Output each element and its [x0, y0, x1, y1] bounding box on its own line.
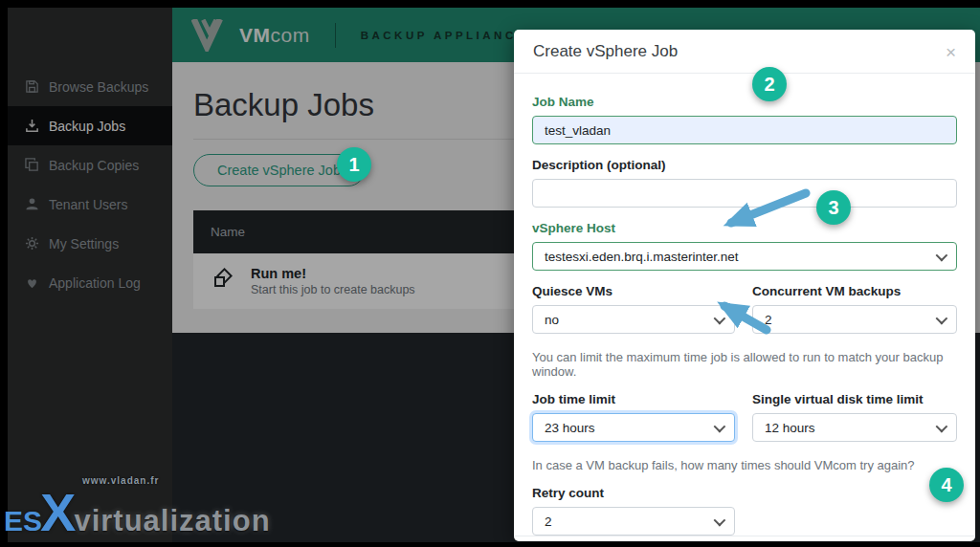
- vsphere-host-value: testesxi.eden.brq.i.masterinter.net: [545, 250, 739, 264]
- chevron-down-icon: [936, 420, 948, 432]
- watermark-virtualization: virtualization: [74, 506, 270, 536]
- watermark-x: X: [40, 486, 76, 539]
- chevron-down-icon: [714, 514, 726, 526]
- job-time-limit-value: 23 hours: [545, 421, 595, 435]
- description-input[interactable]: [532, 179, 957, 208]
- quiesce-vms-label: Quiesce VMs: [532, 284, 735, 298]
- vsphere-host-select[interactable]: testesxi.eden.brq.i.masterinter.net: [532, 242, 957, 271]
- modal-footer: Cancel Save: [514, 536, 975, 547]
- esx-virtualization-watermark: www.vladan.fr ESXvirtualization: [4, 476, 271, 539]
- time-limit-note: You can limit the maximum time job is al…: [532, 350, 957, 379]
- disk-time-limit-value: 12 hours: [765, 421, 815, 435]
- concurrent-backups-value: 2: [765, 313, 772, 327]
- concurrent-backups-select[interactable]: 2: [752, 305, 957, 334]
- chevron-down-icon: [714, 420, 726, 432]
- job-time-limit-label: Job time limit: [532, 392, 735, 406]
- close-icon[interactable]: ×: [946, 43, 956, 61]
- retry-note: In case a VM backup fails, how many time…: [532, 458, 957, 472]
- disk-time-limit-label: Single virtual disk time limit: [752, 392, 957, 406]
- quiesce-concurrent-row: Quiesce VMs no Concurrent VM backups 2: [532, 271, 957, 334]
- create-vsphere-job-modal: Create vSphere Job × Job Name Descriptio…: [514, 30, 975, 541]
- modal-title: Create vSphere Job: [533, 42, 678, 61]
- chevron-down-icon: [714, 312, 726, 324]
- disk-time-limit-select[interactable]: 12 hours: [752, 413, 957, 442]
- quiesce-vms-value: no: [545, 313, 559, 327]
- job-name-label: Job Name: [532, 95, 957, 109]
- chevron-down-icon: [936, 312, 948, 324]
- chevron-down-icon: [936, 249, 948, 261]
- watermark-es: ES: [4, 507, 42, 536]
- retry-count-value: 2: [545, 514, 552, 529]
- retry-count-label: Retry count: [532, 486, 957, 500]
- description-label: Description (optional): [532, 158, 957, 172]
- concurrent-backups-label: Concurrent VM backups: [752, 284, 957, 298]
- modal-body: Job Name Description (optional) vSphere …: [514, 74, 975, 536]
- watermark-url: www.vladan.fr: [82, 476, 271, 486]
- time-limits-row: Job time limit 23 hours Single virtual d…: [532, 379, 957, 442]
- vsphere-host-label: vSphere Host: [532, 221, 957, 235]
- job-time-limit-select[interactable]: 23 hours: [532, 413, 735, 442]
- job-name-input[interactable]: [532, 116, 957, 144]
- modal-header: Create vSphere Job ×: [514, 30, 975, 74]
- retry-count-select[interactable]: 2: [532, 507, 735, 536]
- quiesce-vms-select[interactable]: no: [532, 305, 735, 334]
